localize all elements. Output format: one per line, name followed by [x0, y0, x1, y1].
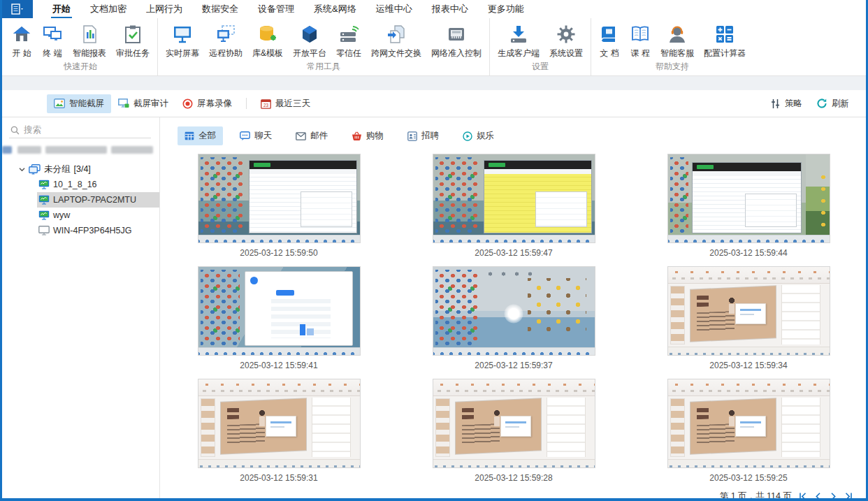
screenshot-thumbnail[interactable] [198, 154, 361, 243]
ribbon-divider-band [2, 75, 866, 90]
last-page-button[interactable] [844, 492, 853, 501]
ribbon-group-label: 快速开始 [6, 59, 154, 76]
menu-tab-ops-center[interactable]: 运维中心 [366, 0, 422, 18]
filter-shopping[interactable]: 购物 [345, 126, 391, 145]
ribbon-item-courses[interactable]: 课 程 [625, 20, 656, 59]
screenshot-thumbnail[interactable] [433, 154, 595, 243]
open-platform-icon [299, 22, 320, 46]
network-access-icon [446, 22, 467, 46]
screenshot-thumbnail[interactable] [433, 379, 595, 468]
ribbon-item-library-templates[interactable]: 库&模板 [247, 20, 288, 59]
menu-tab-data-security[interactable]: 数据安全 [192, 0, 248, 18]
recent-3-days-button[interactable]: 23 最近三天 [254, 94, 317, 113]
search-box[interactable] [9, 122, 151, 138]
screenshot-card: 2025-03-12 15:59:25 [631, 377, 866, 489]
ribbon-item-file-exchange[interactable]: 跨网文件交换 [366, 20, 426, 59]
remote-assist-icon [215, 22, 236, 46]
tree-item-computer[interactable]: wyw [37, 208, 159, 223]
ribbon-item-start[interactable]: 开 始 [6, 20, 37, 59]
mail-icon [296, 132, 306, 140]
menu-bar: 开始 文档加密 上网行为 数据安全 设备管理 系统&网络 运维中心 报表中心 更… [2, 0, 866, 18]
tree-group-ungrouped[interactable]: 未分组 [3/4] [2, 161, 159, 177]
screenshot-thumbnail[interactable] [198, 266, 361, 356]
filter-mail[interactable]: 邮件 [289, 126, 335, 145]
ribbon-item-open-platform[interactable]: 开放平台 [288, 20, 331, 59]
pagination: 第 1 页，共 114 页 [160, 489, 866, 501]
tree-item-computer[interactable]: 10_1_8_16 [37, 177, 159, 192]
ribbon-item-terminals[interactable]: 终 端 [37, 20, 68, 59]
menu-tab-more[interactable]: 更多功能 [478, 0, 534, 18]
shopping-basket-icon [352, 131, 362, 141]
capture-audit-button[interactable]: 截屏审计 [111, 94, 175, 113]
smart-capture-button[interactable]: 智能截屏 [47, 94, 111, 113]
screenshot-card: 2025-03-12 15:59:34 [631, 264, 866, 377]
filter-recruit[interactable]: 招聘 [400, 126, 446, 145]
ribbon-item-smart-support[interactable]: 智能客服 [656, 20, 699, 59]
ribbon-item-live-screen[interactable]: 实时屏幕 [161, 20, 204, 59]
computer-online-icon [38, 180, 50, 189]
tree-item-computer-offline[interactable]: WIN-4FP3P64H5JG [37, 223, 159, 238]
menu-tabs: 开始 文档加密 上网行为 数据安全 设备管理 系统&网络 运维中心 报表中心 更… [43, 0, 534, 18]
screenshot-timestamp: 2025-03-12 15:59:41 [240, 356, 317, 377]
menu-tab-web-behavior[interactable]: 上网行为 [136, 0, 192, 18]
ribbon-item-docs[interactable]: 文 档 [594, 20, 625, 59]
menu-tab-report-center[interactable]: 报表中心 [422, 0, 478, 18]
ribbon-item-system-settings[interactable]: 系统设置 [544, 20, 588, 59]
ribbon-item-remote-assist[interactable]: 远程协助 [204, 20, 247, 59]
menu-tab-device-mgmt[interactable]: 设备管理 [248, 0, 304, 18]
view-toolbar: 智能截屏 截屏审计 屏幕录像 23 最近三天 策略 刷新 [2, 90, 866, 117]
ribbon-item-zero-trust[interactable]: 零信任 [331, 20, 366, 59]
filter-all[interactable]: 全部 [178, 126, 223, 145]
tree-item-computer-selected[interactable]: LAPTOP-7PAC2MTU [37, 192, 159, 208]
filter-entertainment[interactable]: 娱乐 [456, 126, 501, 145]
screenshot-card: 2025-03-12 15:59:50 [161, 152, 396, 264]
ribbon-group-settings: 生成客户端 系统设置 设置 [490, 18, 591, 75]
app-menu-button[interactable] [2, 0, 33, 18]
smart-report-icon [79, 22, 100, 46]
screenshot-thumbnail[interactable] [198, 379, 361, 468]
capture-audit-icon [118, 99, 129, 108]
screenshot-timestamp: 2025-03-12 15:59:31 [240, 468, 317, 489]
course-book-icon [630, 22, 651, 46]
prev-page-button[interactable] [813, 492, 823, 501]
screenshot-card: 2025-03-12 15:59:37 [396, 264, 631, 377]
screenshot-timestamp: 2025-03-12 15:59:50 [240, 243, 317, 264]
screenshot-thumbnail[interactable] [667, 154, 830, 243]
screenshot-timestamp: 2025-03-12 15:59:37 [475, 356, 552, 377]
generate-client-icon [508, 22, 529, 46]
screenshot-grid: 2025-03-12 15:59:50 2025-03-12 15:59:47 … [161, 152, 866, 489]
filter-chat[interactable]: 聊天 [233, 126, 279, 145]
home-icon [11, 22, 32, 46]
screenshot-thumbnail[interactable] [433, 266, 595, 356]
ribbon-item-network-access[interactable]: 网络准入控制 [426, 20, 486, 59]
calculator-icon [714, 22, 735, 46]
policy-button[interactable]: 策略 [763, 94, 809, 113]
computer-online-icon [38, 195, 50, 205]
ribbon-group-common-tools: 实时屏幕 远程协助 库&模板 开放平台 零信任 [158, 18, 490, 75]
ribbon-item-approval-task[interactable]: 审批任务 [111, 20, 154, 59]
search-input[interactable] [24, 125, 136, 135]
refresh-button[interactable]: 刷新 [809, 94, 856, 113]
screen-record-button[interactable]: 屏幕录像 [175, 94, 239, 113]
device-sidebar: 未分组 [3/4] 10_1_8_16 LAPTOP-7PAC2MTU wyw [2, 117, 160, 498]
zero-trust-icon [338, 22, 359, 46]
first-page-button[interactable] [798, 492, 807, 501]
ribbon-item-config-calculator[interactable]: 配置计算器 [699, 20, 751, 59]
ribbon-item-smart-report[interactable]: 智能报表 [68, 20, 111, 59]
toolbar-separator [246, 98, 247, 109]
calendar-icon: 23 [261, 99, 271, 109]
approval-task-icon [122, 22, 143, 46]
ribbon-item-generate-client[interactable]: 生成客户端 [493, 20, 544, 59]
menu-tab-system-network[interactable]: 系统&网络 [304, 0, 366, 18]
refresh-icon [816, 98, 827, 109]
app-window: 开始 文档加密 上网行为 数据安全 设备管理 系统&网络 运维中心 报表中心 更… [0, 0, 868, 501]
screenshot-thumbnail[interactable] [667, 266, 830, 356]
next-page-button[interactable] [829, 492, 838, 501]
menu-tab-start[interactable]: 开始 [43, 0, 80, 18]
support-agent-icon [667, 22, 688, 46]
screenshot-thumbnail[interactable] [667, 379, 830, 468]
screenshot-timestamp: 2025-03-12 15:59:28 [475, 468, 552, 489]
screenshot-card: 2025-03-12 15:59:28 [396, 377, 631, 489]
menu-tab-doc-encrypt[interactable]: 文档加密 [80, 0, 136, 18]
page-indicator: 第 1 页，共 114 页 [720, 491, 792, 501]
